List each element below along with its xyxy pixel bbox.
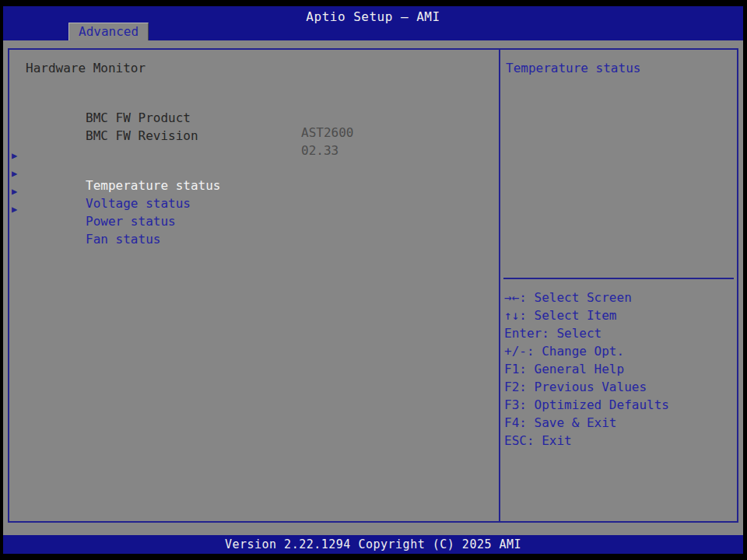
- help-pane: Temperature status →←: Select Screen ↑↓:…: [500, 50, 737, 521]
- hint-change-opt: +/-: Change Opt.: [504, 344, 624, 359]
- info-row-bmc-fw-product: BMC FW Product AST2600: [26, 96, 493, 111]
- menu-item-voltage-status[interactable]: ▶ Voltage status: [26, 166, 493, 182]
- hint-f1-general-help: F1: General Help: [504, 362, 624, 377]
- footerbar: Version 2.22.1294 Copyright (C) 2025 AMI: [3, 535, 743, 554]
- submenu-arrow-icon: ▶: [12, 168, 17, 179]
- version-text: Version 2.22.1294 Copyright (C) 2025 AMI: [3, 537, 743, 551]
- hint-f4-save-exit: F4: Save & Exit: [504, 415, 617, 431]
- hint-f2-previous-values: F2: Previous Values: [504, 380, 647, 395]
- submenu-arrow-icon: ▶: [12, 150, 17, 161]
- help-divider: [503, 278, 734, 279]
- options-pane: Hardware Monitor BMC FW Product AST2600 …: [9, 50, 499, 521]
- hint-select-item: ↑↓: Select Item: [504, 308, 617, 324]
- menu-item-power-status[interactable]: ▶ Power status: [26, 184, 493, 200]
- info-row-bmc-fw-revision: BMC FW Revision 02.33: [26, 114, 493, 129]
- bios-screen: Aptio Setup – AMI Advanced Hardware Moni…: [3, 6, 743, 554]
- submenu-arrow-icon: ▶: [12, 186, 17, 197]
- section-title: Hardware Monitor: [26, 61, 493, 76]
- menu-item-fan-status[interactable]: ▶ Fan status: [26, 202, 493, 218]
- help-description: Temperature status: [506, 61, 640, 75]
- hint-f3-optimized-defaults: F3: Optimized Defaults: [504, 397, 669, 413]
- main-panel: Hardware Monitor BMC FW Product AST2600 …: [8, 48, 738, 523]
- submenu-arrow-icon: ▶: [12, 204, 17, 215]
- menu-item-label: Fan status: [86, 232, 160, 247]
- tab-advanced[interactable]: Advanced: [68, 23, 149, 40]
- info-label: BMC FW Revision: [86, 128, 198, 143]
- hint-esc-exit: ESC: Exit: [504, 433, 572, 449]
- hint-enter-select: Enter: Select: [504, 326, 601, 341]
- menu-item-temperature-status[interactable]: ▶ Temperature status: [26, 149, 493, 164]
- hint-select-screen: →←: Select Screen: [504, 290, 632, 306]
- titlebar: Aptio Setup – AMI Advanced: [3, 6, 743, 40]
